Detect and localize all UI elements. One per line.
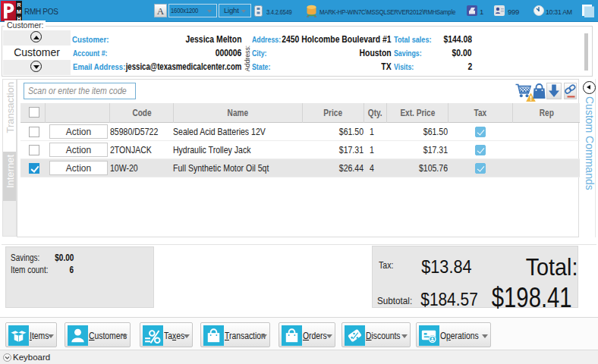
svg-text:R: R (17, 2, 20, 8)
svg-text:M: M (17, 9, 21, 14)
